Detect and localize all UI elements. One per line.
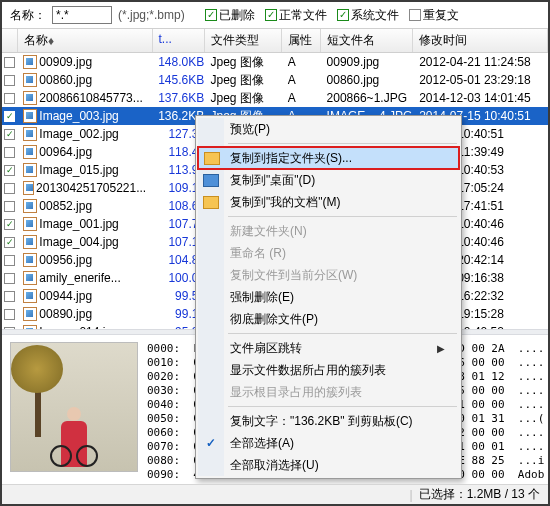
file-size: 145.6KB: [152, 73, 204, 87]
chk-system[interactable]: ✓系统文件: [337, 7, 399, 24]
file-icon: [23, 55, 37, 69]
file-type: Jpeg 图像: [204, 54, 281, 71]
file-icon: [23, 91, 37, 105]
file-icon: [23, 253, 37, 267]
row-checkbox[interactable]: [4, 183, 15, 194]
chk-deleted[interactable]: ✓已删除: [205, 7, 255, 24]
file-type: Jpeg 图像: [204, 90, 281, 107]
filter-input[interactable]: [52, 6, 112, 24]
file-name: 00852.jpg: [39, 199, 92, 213]
context-menu: 预览(P) 复制到指定文件夹(S)... 复制到"桌面"(D) 复制到"我的文档…: [195, 115, 462, 479]
file-icon: [23, 325, 37, 329]
col-name[interactable]: 名称: [24, 32, 48, 49]
menu-copy-to-desktop[interactable]: 复制到"桌面"(D): [198, 169, 459, 191]
column-header[interactable]: 名称 ♦ t... 文件类型 属性 短文件名 修改时间: [2, 28, 548, 53]
file-icon: [23, 109, 37, 123]
menu-clear-sel[interactable]: 全部取消选择(U): [198, 454, 459, 476]
menu-rename: 重命名 (R): [198, 242, 459, 264]
menu-copy-to-docs[interactable]: 复制到"我的文档"(M): [198, 191, 459, 213]
file-type: Jpeg 图像: [204, 72, 281, 89]
file-date: 2012-04-21 11:24:58: [413, 55, 548, 69]
file-name: Image_004.jpg: [39, 235, 118, 249]
file-name: 201304251705221...: [36, 181, 146, 195]
row-checkbox[interactable]: [4, 75, 15, 86]
file-name: Image_014.jpg: [39, 325, 118, 329]
menu-copy-to-folder[interactable]: 复制到指定文件夹(S)...: [198, 147, 459, 169]
file-date: 2014-12-03 14:01:45: [413, 91, 548, 105]
filter-hint: (*.jpg;*.bmp): [118, 8, 185, 22]
file-size: 148.0KB: [152, 55, 204, 69]
row-checkbox[interactable]: [4, 93, 15, 104]
menu-show-root-clusters: 显示根目录占用的簇列表: [198, 381, 459, 403]
file-icon: [23, 307, 37, 321]
row-checkbox[interactable]: [4, 273, 15, 284]
check-icon: ✓: [203, 435, 219, 451]
row-checkbox[interactable]: ✓: [4, 111, 15, 122]
submenu-arrow-icon: ▶: [437, 343, 445, 354]
menu-copy-text[interactable]: 复制文字："136.2KB" 到剪贴板(C): [198, 410, 459, 432]
file-name: amily_enerife...: [39, 271, 120, 285]
menu-select-all[interactable]: ✓全部选择(A): [198, 432, 459, 454]
row-checkbox[interactable]: [4, 57, 15, 68]
status-selected: 已选择：1.2MB / 13 个: [419, 486, 540, 503]
desktop-icon: [203, 172, 219, 188]
row-checkbox[interactable]: ✓: [4, 165, 15, 176]
chk-repeat[interactable]: ✓重复文: [409, 7, 459, 24]
documents-icon: [203, 194, 219, 210]
file-name: Image_003.jpg: [39, 109, 118, 123]
row-checkbox[interactable]: ✓: [4, 219, 15, 230]
file-attr: A: [282, 55, 321, 69]
col-date[interactable]: 修改时间: [413, 29, 548, 52]
file-name: 00909.jpg: [39, 55, 92, 69]
col-type[interactable]: 文件类型: [205, 29, 282, 52]
file-name: 20086610845773...: [39, 91, 142, 105]
row-checkbox[interactable]: [4, 147, 15, 158]
row-checkbox[interactable]: [4, 201, 15, 212]
file-short: 00860.jpg: [321, 73, 414, 87]
menu-force-delete[interactable]: 强制删除(E): [198, 286, 459, 308]
file-name: 00860.jpg: [39, 73, 92, 87]
preview-pane: [10, 342, 138, 472]
table-row[interactable]: 00860.jpg145.6KBJpeg 图像A00860.jpg2012-05…: [2, 71, 548, 89]
chk-normal[interactable]: ✓正常文件: [265, 7, 327, 24]
file-size: 137.6KB: [152, 91, 204, 105]
file-attr: A: [282, 91, 321, 105]
file-icon: [23, 163, 37, 177]
file-icon: [23, 217, 37, 231]
col-size[interactable]: t...: [153, 29, 205, 52]
file-name: Image_002.jpg: [39, 127, 118, 141]
table-row[interactable]: 00909.jpg148.0KBJpeg 图像A00909.jpg2012-04…: [2, 53, 548, 71]
row-checkbox[interactable]: ✓: [4, 237, 15, 248]
menu-perm-delete[interactable]: 彻底删除文件(P): [198, 308, 459, 330]
menu-new-folder: 新建文件夹(N): [198, 220, 459, 242]
file-short: 00909.jpg: [321, 55, 414, 69]
folder-icon: [204, 150, 220, 166]
file-date: 2012-05-01 23:29:18: [413, 73, 548, 87]
table-row[interactable]: 20086610845773...137.6KBJpeg 图像A200866~1…: [2, 89, 548, 107]
file-name: Image_015.jpg: [39, 163, 118, 177]
file-name: 00956.jpg: [39, 253, 92, 267]
file-icon: [23, 181, 34, 195]
file-name: 00944.jpg: [39, 289, 92, 303]
name-label: 名称：: [10, 7, 46, 24]
row-checkbox[interactable]: [4, 291, 15, 302]
col-attr[interactable]: 属性: [282, 29, 321, 52]
col-short[interactable]: 短文件名: [321, 29, 414, 52]
menu-show-clusters[interactable]: 显示文件数据所占用的簇列表: [198, 359, 459, 381]
row-checkbox[interactable]: [4, 309, 15, 320]
status-bar: | 已选择：1.2MB / 13 个: [2, 484, 548, 504]
file-name: 00964.jpg: [39, 145, 92, 159]
file-short: 200866~1.JPG: [321, 91, 414, 105]
filter-toolbar: 名称： (*.jpg;*.bmp) ✓已删除 ✓正常文件 ✓系统文件 ✓重复文: [2, 2, 548, 28]
file-icon: [23, 127, 37, 141]
file-name: Image_001.jpg: [39, 217, 118, 231]
menu-cluster-jump[interactable]: 文件扇区跳转▶: [198, 337, 459, 359]
menu-preview[interactable]: 预览(P): [198, 118, 459, 140]
row-checkbox[interactable]: [4, 255, 15, 266]
file-icon: [23, 271, 37, 285]
file-icon: [23, 199, 37, 213]
row-checkbox[interactable]: ✓: [4, 327, 15, 330]
file-icon: [23, 235, 37, 249]
row-checkbox[interactable]: ✓: [4, 129, 15, 140]
file-icon: [23, 145, 37, 159]
